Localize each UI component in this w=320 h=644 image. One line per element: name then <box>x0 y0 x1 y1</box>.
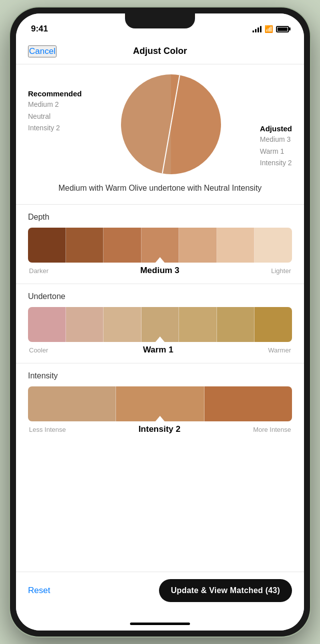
circle-container <box>82 74 260 174</box>
intensity-right-label: More Intense <box>253 426 291 433</box>
reset-button[interactable]: Reset <box>28 586 50 596</box>
adjusted-sub1: Medium 3 <box>260 135 292 145</box>
signal-bars-icon <box>252 25 262 32</box>
phone-screen: 9:41 📶 Cancel Adjust Color <box>16 13 304 631</box>
update-button[interactable]: Update & View Matched (43) <box>159 579 292 602</box>
recommended-title: Recommended <box>28 89 82 98</box>
description-text: Medium with Warm Olive undertone with Ne… <box>16 174 304 204</box>
adjusted-sub2: Warm 1 <box>260 147 292 157</box>
depth-slider-labels: Darker Medium 3 Lighter <box>28 266 292 276</box>
undertone-right-label: Warmer <box>268 346 291 354</box>
recommended-label: Recommended Medium 2 Neutral Intensity 2 <box>28 74 82 133</box>
color-compare-section: Recommended Medium 2 Neutral Intensity 2… <box>16 64 304 174</box>
undertone-left-label: Cooler <box>29 346 48 354</box>
intensity-strip-wrapper[interactable] <box>28 386 292 421</box>
depth-section: Depth Darker Medium 3 Lighter <box>16 204 304 284</box>
undertone-strip[interactable] <box>28 307 292 342</box>
depth-strip-wrapper[interactable] <box>28 228 292 263</box>
circle-recommended-half <box>121 74 171 174</box>
bottom-bar: Reset Update & View Matched (43) <box>16 572 304 617</box>
cancel-button[interactable]: Cancel <box>28 45 56 57</box>
circle-adjusted-half <box>171 74 221 174</box>
undertone-label: Undertone <box>28 292 292 301</box>
undertone-center-label: Warm 1 <box>143 345 174 355</box>
color-circle <box>121 74 221 174</box>
depth-center-label: Medium 3 <box>140 266 179 276</box>
status-time: 9:41 <box>31 24 48 34</box>
depth-right-label: Lighter <box>271 267 291 275</box>
depth-left-label: Darker <box>29 267 48 275</box>
adjusted-title: Adjusted <box>260 124 292 133</box>
undertone-section: Undertone Cooler Warm 1 Warmer <box>16 284 304 363</box>
battery-icon <box>276 26 289 32</box>
status-icons: 📶 <box>252 25 289 33</box>
adjusted-label: Adjusted Medium 3 Warm 1 Intensity 2 <box>260 74 292 168</box>
intensity-section: Intensity Less Intense Intensity 2 More … <box>16 363 304 442</box>
intensity-strip[interactable] <box>28 386 292 421</box>
status-bar: 9:41 📶 <box>16 13 304 38</box>
recommended-sub1: Medium 2 <box>28 100 82 110</box>
intensity-center-label: Intensity 2 <box>138 424 180 434</box>
adjusted-sub3: Intensity 2 <box>260 158 292 168</box>
depth-label: Depth <box>28 213 292 222</box>
intensity-label: Intensity <box>28 371 292 380</box>
depth-strip[interactable] <box>28 228 292 263</box>
home-indicator <box>16 617 304 631</box>
undertone-strip-wrapper[interactable] <box>28 307 292 342</box>
recommended-sub2: Neutral <box>28 112 82 122</box>
intensity-slider-labels: Less Intense Intensity 2 More Intense <box>28 424 292 434</box>
nav-bar: Cancel Adjust Color <box>16 38 304 64</box>
page-title: Adjust Color <box>133 46 187 56</box>
home-bar <box>130 623 190 625</box>
content-area: Recommended Medium 2 Neutral Intensity 2… <box>16 64 304 572</box>
phone-shell: 9:41 📶 Cancel Adjust Color <box>10 7 310 637</box>
recommended-sub3: Intensity 2 <box>28 123 82 133</box>
undertone-slider-labels: Cooler Warm 1 Warmer <box>28 345 292 355</box>
intensity-left-label: Less Intense <box>29 426 66 433</box>
wifi-icon: 📶 <box>264 25 273 33</box>
notch <box>125 13 195 28</box>
